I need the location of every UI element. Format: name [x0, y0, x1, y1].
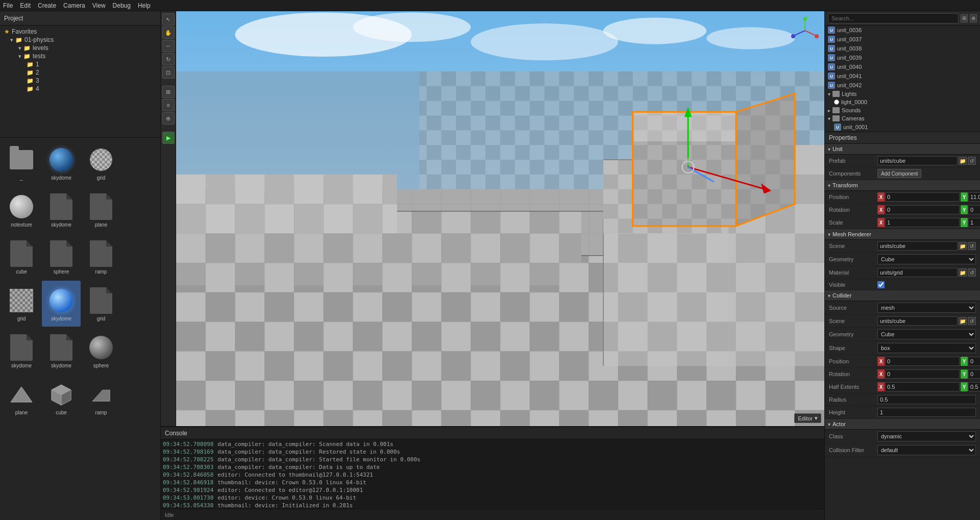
collider-shape-select[interactable]: box: [877, 343, 976, 353]
toolbar-scale[interactable]: ⊡: [162, 66, 175, 79]
console-output[interactable]: 09:34:52.708098 data_compiler: data_comp…: [161, 439, 824, 509]
toolbar-translate[interactable]: ↔: [162, 40, 175, 52]
halfextent-x[interactable]: [885, 382, 960, 391]
collider-scene-input[interactable]: [877, 316, 958, 326]
menu-camera[interactable]: Camera: [63, 2, 85, 9]
mesh-renderer-section-header[interactable]: ▾ Mesh Renderer: [825, 229, 980, 240]
position-y-input[interactable]: [968, 192, 980, 202]
transform-section-header[interactable]: ▾ Transform: [825, 180, 980, 191]
add-component-button[interactable]: Add Component: [877, 169, 921, 178]
tree-01-physics[interactable]: ▾ 📁 01-physics: [0, 36, 160, 44]
collider-source-select[interactable]: mesh: [877, 303, 976, 313]
asset-skydome-sphere[interactable]: skydome: [42, 140, 81, 186]
scene-item-unit_0001[interactable]: U unit_0001: [825, 122, 980, 132]
asset-cube[interactable]: cube: [2, 234, 41, 280]
menu-edit[interactable]: Edit: [20, 2, 31, 9]
asset-ramp[interactable]: ramp: [82, 234, 120, 280]
asset-cube-3d[interactable]: cube: [42, 375, 81, 420]
scene-item-unit_0041[interactable]: U unit_0041: [825, 71, 980, 81]
scene-layout-icon[interactable]: ⊞: [961, 14, 968, 22]
asset-skydome-doc2[interactable]: skydome: [2, 328, 41, 374]
asset-skydome-doc[interactable]: skydome: [42, 187, 81, 233]
height-input[interactable]: [877, 408, 976, 417]
scene-item-cameras[interactable]: ▾ Cameras: [825, 114, 980, 122]
toolbar-grid[interactable]: ⊞: [162, 86, 175, 98]
toolbar-rotate[interactable]: ↻: [162, 53, 175, 65]
toolbar-select[interactable]: ↖: [162, 13, 175, 26]
scene-item-unit_0038[interactable]: U unit_0038: [825, 44, 980, 53]
toolbar-snap[interactable]: ≡: [162, 99, 175, 111]
scene-item-unit_0042[interactable]: U unit_0042: [825, 81, 980, 90]
tree-item-4[interactable]: 📁 4: [0, 85, 160, 93]
tree-item-1[interactable]: 📁 1: [0, 60, 160, 68]
scene-search-input[interactable]: [828, 13, 959, 23]
asset-sphere-doc[interactable]: sphere: [42, 234, 81, 280]
asset-grid-doc2[interactable]: grid: [82, 281, 120, 327]
mesh-material-refresh-icon[interactable]: ↺: [968, 268, 976, 277]
rotation-x-input[interactable]: [885, 205, 960, 214]
scene-item-light_0000[interactable]: light_0000: [825, 98, 980, 106]
asset-folder[interactable]: _: [2, 140, 41, 186]
scene-view[interactable]: Y Editor ▾: [176, 11, 824, 426]
collider-radius-row: Radius: [825, 393, 980, 406]
scene-item-lights[interactable]: ▾ Lights: [825, 90, 980, 98]
asset-plane[interactable]: plane: [82, 187, 120, 233]
collider-pos-x[interactable]: [885, 357, 960, 366]
tree-item-3[interactable]: 📁 3: [0, 77, 160, 85]
rotation-y-input[interactable]: [968, 205, 980, 214]
prefab-input[interactable]: [877, 156, 958, 165]
asset-sphere-grey[interactable]: sphere: [82, 328, 120, 374]
scene-item-unit_0039[interactable]: U unit_0039: [825, 53, 980, 62]
menu-help[interactable]: Help: [138, 2, 151, 9]
toolbar-play[interactable]: ▶: [162, 132, 175, 144]
toolbar-camera-align[interactable]: ⊕: [162, 112, 175, 125]
scene-item-unit_0036[interactable]: U unit_0036: [825, 26, 980, 35]
menu-create[interactable]: Create: [38, 2, 56, 9]
mesh-scene-refresh-icon[interactable]: ↺: [968, 242, 976, 250]
tree-favorites[interactable]: ★ Favorites: [0, 28, 160, 36]
mesh-scene-input[interactable]: [877, 241, 958, 251]
collider-section-header[interactable]: ▾ Collider: [825, 290, 980, 301]
collider-rot-y[interactable]: [968, 369, 980, 379]
prefab-refresh-icon[interactable]: ↺: [968, 157, 976, 165]
mesh-scene-folder-icon[interactable]: 📁: [959, 242, 967, 250]
menu-view[interactable]: View: [92, 2, 106, 9]
tree-tests[interactable]: ▾ 📁 tests: [0, 52, 160, 60]
editor-dropdown[interactable]: Editor ▾: [794, 413, 821, 423]
asset-ramp-3d[interactable]: ramp: [82, 375, 120, 420]
prefab-folder-icon[interactable]: 📁: [959, 157, 967, 165]
scene-item-unit_0040[interactable]: U unit_0040: [825, 62, 980, 71]
position-x-input[interactable]: [885, 192, 960, 202]
halfextent-y[interactable]: [968, 382, 980, 391]
scene-filter-icon[interactable]: ⊕: [970, 14, 977, 22]
asset-skydome-blue[interactable]: skydome: [42, 281, 81, 327]
collider-pos-y[interactable]: [968, 357, 980, 366]
toolbar-move[interactable]: ✋: [162, 27, 175, 39]
collider-scene-folder-icon[interactable]: 📁: [959, 317, 967, 325]
asset-plane-doc[interactable]: plane: [2, 375, 41, 420]
unit-section-header[interactable]: ▾ Unit: [825, 144, 980, 155]
menu-debug[interactable]: Debug: [113, 2, 131, 9]
mesh-visible-checkbox[interactable]: [877, 281, 885, 288]
mesh-material-folder-icon[interactable]: 📁: [959, 268, 967, 277]
asset-grid[interactable]: grid: [82, 140, 120, 186]
scene-item-unit_0037[interactable]: U unit_0037: [825, 35, 980, 44]
mesh-material-input[interactable]: [877, 268, 958, 277]
collider-rot-x[interactable]: [885, 369, 960, 379]
collider-scene-refresh-icon[interactable]: ↺: [968, 317, 976, 325]
actor-section-header[interactable]: ▾ Actor: [825, 419, 980, 430]
asset-grid-doc[interactable]: grid: [2, 281, 41, 327]
tree-item-2[interactable]: 📁 2: [0, 68, 160, 77]
menu-file[interactable]: File: [3, 2, 13, 9]
tree-levels[interactable]: ▾ 📁 levels: [0, 44, 160, 52]
scene-item-sounds[interactable]: ▸ Sounds: [825, 106, 980, 114]
asset-notexture[interactable]: notexture: [2, 187, 41, 233]
asset-skydome-doc3[interactable]: skydome: [42, 328, 81, 374]
collision-filter-select[interactable]: default: [877, 445, 976, 455]
scale-x-input[interactable]: [885, 218, 960, 227]
radius-input[interactable]: [877, 395, 976, 404]
mesh-geometry-select[interactable]: Cube: [877, 254, 976, 264]
collider-geometry-select[interactable]: Cube: [877, 329, 976, 339]
scale-y-input[interactable]: [968, 218, 980, 227]
actor-class-select[interactable]: dynamic static kinematic: [877, 431, 976, 441]
